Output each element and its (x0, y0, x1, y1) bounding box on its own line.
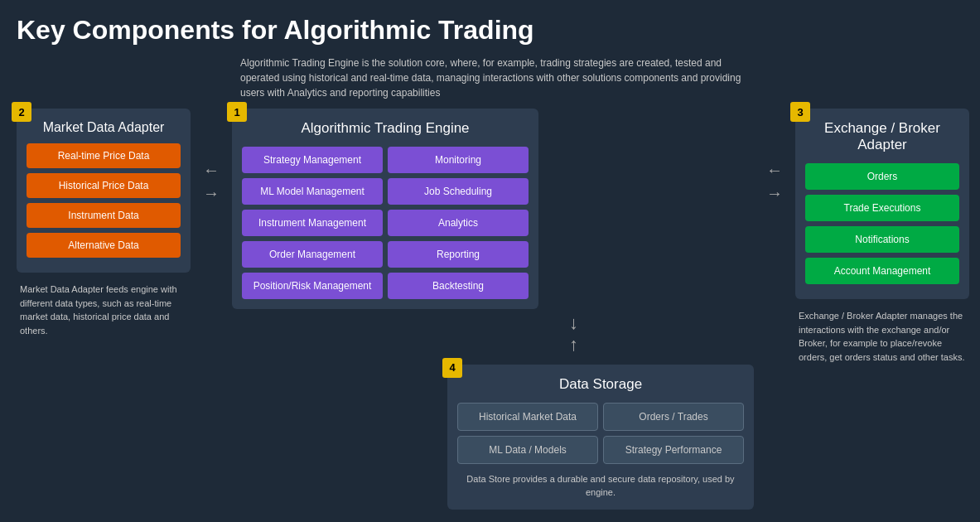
storage-title: Data Storage (457, 376, 744, 393)
storage-badge: 4 (442, 358, 462, 378)
market-adapter-badge: 2 (12, 102, 31, 122)
right-arrow-symbol: → (203, 181, 220, 205)
storage-note: Data Store provides a durable and secure… (457, 472, 744, 500)
engine-panel: 1 Algorithmic Trading Engine Strategy Ma… (232, 109, 538, 309)
right-arrow-right: → (766, 181, 783, 205)
orders-trades-btn: Orders / Trades (603, 403, 744, 431)
description: Algorithmic Trading Engine is the soluti… (240, 56, 754, 100)
backtesting-btn: Backtesting (388, 273, 529, 299)
market-adapter-title: Market Data Adapter (27, 120, 181, 135)
vertical-arrows: ↓ ↑ (393, 312, 754, 356)
instrument-data-btn: Instrument Data (27, 203, 181, 228)
right-arrow-col: ← → (754, 158, 795, 205)
exchange-badge: 3 (790, 102, 810, 122)
right-arrow-left: ← (766, 158, 783, 181)
job-scheduling-btn: Job Scheduling (388, 178, 529, 205)
center-col: 1 Algorithmic Trading Engine Strategy Ma… (232, 109, 754, 510)
market-adapter-panel: 2 Market Data Adapter Real-time Price Da… (17, 109, 191, 273)
ml-data-models-btn: ML Data / Models (457, 436, 598, 464)
up-arrow: ↑ (569, 334, 578, 355)
storage-grid: Historical Market Data Orders / Trades M… (457, 403, 744, 464)
storage-panel: 4 Data Storage Historical Market Data Or… (447, 365, 754, 510)
strategy-management-btn: Strategy Management (242, 147, 383, 173)
position-risk-btn: Position/Risk Management (242, 273, 383, 299)
ml-model-management-btn: ML Model Management (242, 178, 383, 205)
trade-executions-btn: Trade Executions (805, 195, 959, 221)
historical-price-btn: Historical Price Data (27, 173, 181, 198)
market-adapter-note: Market Data Adapter feeds engine with di… (17, 283, 191, 337)
instrument-management-btn: Instrument Management (242, 210, 383, 236)
reporting-btn: Reporting (388, 241, 529, 268)
analytics-btn: Analytics (388, 210, 529, 236)
diagram-area: 2 Market Data Adapter Real-time Price Da… (17, 109, 963, 510)
real-time-price-btn: Real-time Price Data (27, 143, 181, 168)
account-management-btn: Account Management (805, 258, 959, 284)
main-title: Key Components for Algorithmic Trading (17, 15, 963, 46)
down-arrow: ↓ (569, 312, 578, 334)
notifications-btn: Notifications (805, 226, 959, 253)
engine-title: Algorithmic Trading Engine (242, 120, 529, 137)
orders-btn: Orders (805, 163, 959, 190)
page: Key Components for Algorithmic Trading A… (0, 0, 980, 518)
left-arrow-symbol: ← (203, 158, 220, 181)
monitoring-btn: Monitoring (388, 147, 529, 173)
exchange-note: Exchange / Broker Adapter manages the in… (795, 309, 969, 364)
strategy-performance-btn: Strategy Performance (603, 436, 744, 464)
engine-badge: 1 (227, 102, 247, 122)
exchange-panel: 3 Exchange / Broker Adapter Orders Trade… (795, 109, 969, 299)
exchange-title: Exchange / Broker Adapter (805, 120, 959, 153)
alternative-data-btn: Alternative Data (27, 233, 181, 258)
engine-grid: Strategy Management Monitoring ML Model … (242, 147, 529, 299)
order-management-btn: Order Management (242, 241, 383, 268)
left-arrow: ← → (191, 158, 232, 205)
historical-market-data-btn: Historical Market Data (457, 403, 598, 431)
